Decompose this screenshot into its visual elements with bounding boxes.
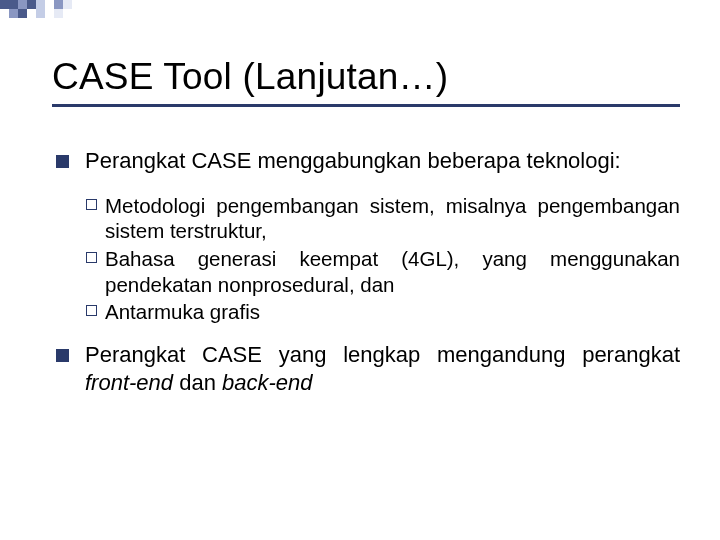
bullet-text: Perangkat CASE menggabungkan beberapa te…	[85, 147, 680, 175]
sub-bullet-text: Bahasa generasi keempat (4GL), yang meng…	[105, 246, 680, 297]
bullet-level1: Perangkat CASE menggabungkan beberapa te…	[56, 147, 680, 175]
title-rule	[52, 104, 680, 107]
bullet-level1: Perangkat CASE yang lengkap mengandung p…	[56, 341, 680, 397]
square-bullet-icon	[56, 155, 69, 168]
hollow-square-bullet-icon	[86, 199, 97, 210]
bullet-level2: Metodologi pengembangan sistem, misalnya…	[86, 193, 680, 244]
sub-bullet-group: Metodologi pengembangan sistem, misalnya…	[86, 193, 680, 325]
bullet-level2: Antarmuka grafis	[86, 299, 680, 325]
decorative-squares	[0, 0, 120, 30]
text-span: dan	[173, 370, 222, 395]
hollow-square-bullet-icon	[86, 252, 97, 263]
square-bullet-icon	[56, 349, 69, 362]
bullet-text: Perangkat CASE yang lengkap mengandung p…	[85, 341, 680, 397]
hollow-square-bullet-icon	[86, 305, 97, 316]
text-span: Perangkat CASE yang lengkap mengandung p…	[85, 342, 680, 367]
slide-title: CASE Tool (Lanjutan…)	[52, 56, 680, 98]
slide-container: CASE Tool (Lanjutan…) Perangkat CASE men…	[0, 0, 720, 455]
bullet-level2: Bahasa generasi keempat (4GL), yang meng…	[86, 246, 680, 297]
slide-content: Perangkat CASE menggabungkan beberapa te…	[52, 147, 680, 398]
sub-bullet-text: Antarmuka grafis	[105, 299, 680, 325]
italic-text: front-end	[85, 370, 173, 395]
sub-bullet-text: Metodologi pengembangan sistem, misalnya…	[105, 193, 680, 244]
italic-text: back-end	[222, 370, 313, 395]
